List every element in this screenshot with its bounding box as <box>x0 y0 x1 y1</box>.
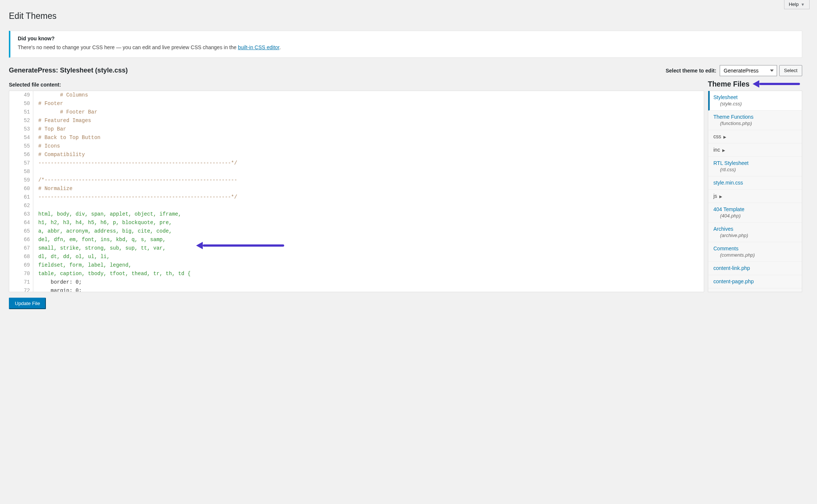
line-number: 49 <box>9 91 33 99</box>
line-text: /*--------------------------------------… <box>33 176 237 185</box>
line-number: 52 <box>9 116 33 125</box>
line-number: 62 <box>9 202 33 210</box>
file-label: css▶ <box>713 133 797 139</box>
file-sublabel: (archive.php) <box>713 233 797 238</box>
file-label: style.min.css <box>713 180 797 186</box>
line-number: 70 <box>9 270 33 278</box>
line-text: table, caption, tbody, tfoot, thead, tr,… <box>33 270 191 278</box>
file-sublabel: (comments.php) <box>713 252 797 258</box>
code-line: 61 -------------------------------------… <box>9 193 704 202</box>
line-text: # Columns <box>33 91 88 99</box>
code-line: 60 # Normalize <box>9 185 704 193</box>
folder-inc[interactable]: inc▶ <box>708 143 802 157</box>
code-line: 66 del, dfn, em, font, ins, kbd, q, s, s… <box>9 236 704 244</box>
folder-js[interactable]: js▶ <box>708 190 802 203</box>
line-number: 63 <box>9 210 33 219</box>
theme-files-heading: Theme Files <box>708 80 750 88</box>
file-content-link[interactable]: content-link.php <box>708 262 802 275</box>
code-editor[interactable]: 49 # Columns50 # Footer51 # Footer Bar52… <box>9 91 704 292</box>
file-label: content-page.php <box>713 278 797 284</box>
line-number: 71 <box>9 278 33 287</box>
code-line: 64 h1, h2, h3, h4, h5, h6, p, blockquote… <box>9 219 704 227</box>
file-label: 404 Template <box>713 206 797 212</box>
line-number: 61 <box>9 193 33 202</box>
file-label: Theme Functions <box>713 114 797 120</box>
arrow-annotation-code <box>196 242 284 249</box>
code-line: 62 <box>9 202 704 210</box>
code-line: 51 # Footer Bar <box>9 108 704 116</box>
file-style-min-css[interactable]: style.min.css <box>708 176 802 190</box>
notice-text: There's no need to change your CSS here … <box>18 44 794 50</box>
file-label: js▶ <box>713 193 797 199</box>
file-label: Stylesheet <box>713 94 797 100</box>
file-404-template[interactable]: 404 Template(404.php) <box>708 203 802 223</box>
file-comments[interactable]: Comments(comments.php) <box>708 242 802 262</box>
page-title: Edit Themes <box>9 7 802 23</box>
line-number: 67 <box>9 244 33 253</box>
code-line: 57 -------------------------------------… <box>9 159 704 168</box>
code-line: 63 html, body, div, span, applet, object… <box>9 210 704 219</box>
code-line: 54 # Back to Top Button <box>9 133 704 142</box>
code-line: 58 <box>9 168 704 176</box>
selected-file-label: Selected file content: <box>9 82 704 88</box>
theme-select-label: Select theme to edit: <box>666 68 716 74</box>
code-line: 56 # Compatibility <box>9 150 704 159</box>
line-number: 54 <box>9 133 33 142</box>
line-text: del, dfn, em, font, ins, kbd, q, s, samp… <box>33 236 166 244</box>
theme-select[interactable]: GeneratePress <box>720 65 777 76</box>
current-file-heading: GeneratePress: Stylesheet (style.css) <box>9 67 128 74</box>
file-sublabel: (rtl.css) <box>713 167 797 172</box>
file-sublabel: (404.php) <box>713 213 797 219</box>
info-notice: Did you know? There's no need to change … <box>9 31 802 58</box>
code-line: 72 margin: 0; <box>9 287 704 292</box>
arrow-annotation-files <box>753 80 800 88</box>
line-text: a, abbr, acronym, address, big, cite, co… <box>33 227 172 236</box>
file-label: Comments <box>713 246 797 251</box>
code-line: 71 border: 0; <box>9 278 704 287</box>
update-file-button[interactable]: Update File <box>9 298 46 309</box>
folder-css[interactable]: css▶ <box>708 130 802 143</box>
line-number: 58 <box>9 168 33 176</box>
line-text: dl, dt, dd, ol, ul, li, <box>33 253 110 261</box>
line-text: small, strike, strong, sub, sup, tt, var… <box>33 244 166 253</box>
code-line: 49 # Columns <box>9 91 704 99</box>
chevron-right-icon: ▶ <box>719 195 722 199</box>
line-text: h1, h2, h3, h4, h5, h6, p, blockquote, p… <box>33 219 172 227</box>
line-number: 69 <box>9 261 33 270</box>
file-list[interactable]: Stylesheet(style.css)Theme Functions(fun… <box>708 91 802 292</box>
line-text: # Normalize <box>33 185 73 193</box>
file-content-page[interactable]: content-page.php <box>708 275 802 288</box>
select-button[interactable]: Select <box>779 65 802 76</box>
help-tab[interactable]: Help ▼ <box>784 0 810 9</box>
file-archives[interactable]: Archives(archive.php) <box>708 223 802 242</box>
file-sublabel: (functions.php) <box>713 121 797 126</box>
line-number: 60 <box>9 185 33 193</box>
built-in-css-editor-link[interactable]: built-in CSS editor <box>238 44 279 50</box>
help-tab-label: Help <box>789 1 799 7</box>
line-text: # Featured Images <box>33 116 91 125</box>
line-text: html, body, div, span, applet, object, i… <box>33 210 181 219</box>
code-line: 68 dl, dt, dd, ol, ul, li, <box>9 253 704 261</box>
code-line: 52 # Featured Images <box>9 116 704 125</box>
line-text: # Icons <box>33 142 60 150</box>
line-number: 65 <box>9 227 33 236</box>
line-number: 51 <box>9 108 33 116</box>
code-line: 53 # Top Bar <box>9 125 704 133</box>
file-rtl-stylesheet[interactable]: RTL Stylesheet(rtl.css) <box>708 157 802 176</box>
line-text: ----------------------------------------… <box>33 159 237 168</box>
file-sublabel: (style.css) <box>713 101 797 106</box>
file-theme-functions[interactable]: Theme Functions(functions.php) <box>708 111 802 130</box>
code-line: 69 fieldset, form, label, legend, <box>9 261 704 270</box>
code-line: 50 # Footer <box>9 99 704 108</box>
line-text: margin: 0; <box>33 287 82 292</box>
code-line: 70 table, caption, tbody, tfoot, thead, … <box>9 270 704 278</box>
line-text: # Compatibility <box>33 150 85 159</box>
line-number: 53 <box>9 125 33 133</box>
line-text <box>33 168 35 176</box>
line-number: 50 <box>9 99 33 108</box>
code-line: 65 a, abbr, acronym, address, big, cite,… <box>9 227 704 236</box>
chevron-down-icon: ▼ <box>801 2 805 7</box>
line-number: 55 <box>9 142 33 150</box>
code-line: 55 # Icons <box>9 142 704 150</box>
file-stylesheet[interactable]: Stylesheet(style.css) <box>708 91 802 111</box>
